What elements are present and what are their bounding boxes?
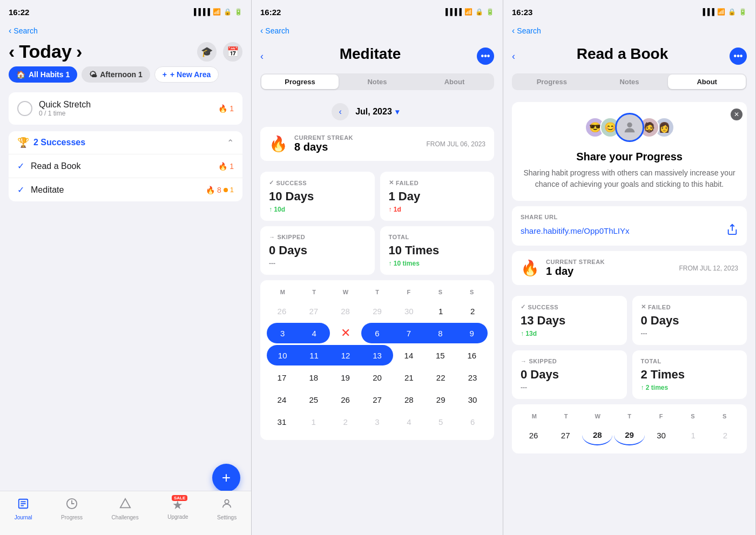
cal-1[interactable]: 1 (426, 301, 456, 321)
cal-22[interactable]: 22 (426, 367, 456, 388)
cal3-28[interactable]: 28 (582, 425, 612, 445)
today-title: ‹ Today › (9, 41, 82, 62)
cal3-1[interactable]: 1 (678, 425, 708, 445)
cal-29[interactable]: 29 (362, 301, 393, 321)
cal-2[interactable]: 2 (457, 301, 488, 321)
filter-afternoon[interactable]: 🌤 Afternoon 1 (82, 66, 150, 83)
filter-new-area[interactable]: + + New Area (154, 66, 219, 83)
grad-cap-icon[interactable]: 🎓 (197, 42, 217, 62)
cal-7[interactable]: 7 (393, 323, 424, 343)
search-row-1[interactable]: ‹ Search (9, 24, 242, 39)
flame-icon-meditate: 🔥 (206, 186, 215, 194)
nav-upgrade-label: Upgrade (167, 514, 188, 520)
menu-dots-2[interactable]: ••• (477, 48, 494, 65)
cal-30[interactable]: 30 (394, 301, 424, 321)
menu-dots-3[interactable]: ••• (730, 48, 747, 65)
cal-26[interactable]: 26 (267, 301, 297, 321)
flame-icon-read: 🔥 (218, 162, 227, 171)
share-url-link[interactable]: share.habitify.me/Opp0ThLIYx (521, 226, 630, 235)
cal-16[interactable]: 16 (456, 345, 488, 365)
nav-upgrade[interactable]: ★ SALE Upgrade (167, 498, 188, 520)
habit-item-quick-stretch[interactable]: Quick Stretch 0 / 1 time 🔥 1 (9, 92, 242, 125)
cal3-30[interactable]: 30 (646, 425, 677, 445)
filter-all-habits[interactable]: 🏠 All Habits 1 (9, 66, 77, 83)
cal-15[interactable]: 15 (424, 345, 456, 365)
cal-14[interactable]: 14 (393, 345, 424, 365)
cal-28[interactable]: 28 (330, 301, 361, 321)
tab-notes-2[interactable]: Notes (339, 75, 416, 89)
stat-failed-delta-2: ↑ 1d (389, 206, 486, 213)
back-button-3[interactable]: ‹ (512, 51, 515, 62)
cal-30b[interactable]: 30 (457, 389, 488, 410)
success-section: 🏆 2 Successes ⌃ ✓ Read a Book 🔥 1 ✓ Medi… (9, 131, 242, 201)
cal-18[interactable]: 18 (299, 367, 329, 388)
sale-badge: SALE (172, 495, 187, 501)
cal-11[interactable]: 11 (298, 345, 329, 365)
prev-month-2[interactable]: ‹ (332, 103, 349, 120)
share-icon[interactable] (726, 224, 738, 238)
cal-9[interactable]: 9 (456, 323, 488, 343)
tab-about-3[interactable]: About (668, 75, 746, 89)
success-item-meditate[interactable]: ✓ Meditate 🔥 8 1 (9, 178, 242, 201)
cal-26b[interactable]: 26 (330, 389, 361, 410)
cal3-29[interactable]: 29 (614, 425, 644, 445)
month-nav-2: ‹ Jul, 2023 ▾ › (252, 97, 503, 127)
habit-sub: 0 / 1 time (39, 110, 91, 117)
success-header[interactable]: 🏆 2 Successes ⌃ (9, 131, 242, 154)
cal3-27[interactable]: 27 (550, 425, 580, 445)
tab-progress-3[interactable]: Progress (513, 75, 591, 89)
habit-circle[interactable] (17, 101, 32, 116)
add-habit-fab[interactable]: + (212, 464, 240, 492)
cal-8[interactable]: 8 (424, 323, 456, 343)
cal-27[interactable]: 27 (299, 301, 329, 321)
cal-6[interactable]: 6 (361, 323, 393, 343)
cal-5-x[interactable]: ✕ (330, 323, 361, 343)
tab-notes-3[interactable]: Notes (591, 75, 669, 89)
new-area-label: + New Area (170, 70, 211, 79)
month-chevron-2[interactable]: ▾ (395, 107, 399, 116)
skipped-arrow-icon-2: → (269, 234, 275, 240)
cal-3[interactable]: 3 (267, 323, 298, 343)
progress-icon (66, 498, 78, 513)
cal-21[interactable]: 21 (394, 367, 424, 388)
cal-17[interactable]: 17 (267, 367, 297, 388)
back-button-2[interactable]: ‹ (260, 51, 264, 62)
cal3-26[interactable]: 26 (518, 425, 549, 445)
collapse-chevron[interactable]: ⌃ (227, 138, 234, 148)
cal-10[interactable]: 10 (267, 345, 298, 365)
cal-20[interactable]: 20 (362, 367, 393, 388)
cal3-2[interactable]: 2 (710, 425, 740, 445)
cal-4[interactable]: 4 (298, 323, 329, 343)
cal-n2[interactable]: 2 (330, 411, 361, 432)
cal-12[interactable]: 12 (330, 345, 361, 365)
cal-23[interactable]: 23 (457, 367, 488, 388)
cal-n5[interactable]: 5 (426, 411, 456, 432)
success-item-read[interactable]: ✓ Read a Book 🔥 1 (9, 154, 242, 178)
cal-n4[interactable]: 4 (394, 411, 424, 432)
cal-29b[interactable]: 29 (426, 389, 456, 410)
prev-chevron[interactable]: ‹ (9, 41, 15, 62)
cal-24[interactable]: 24 (267, 389, 297, 410)
cal-25[interactable]: 25 (299, 389, 329, 410)
nav-journal[interactable]: Journal (15, 498, 32, 520)
tab-about-2[interactable]: About (416, 75, 493, 89)
nav-progress[interactable]: Progress (61, 498, 83, 520)
cal-28b[interactable]: 28 (394, 389, 424, 410)
close-share-button[interactable]: ✕ (731, 109, 742, 120)
cal-n3[interactable]: 3 (362, 411, 393, 432)
search-row-2[interactable]: ‹ Search (260, 24, 494, 39)
cal-n1[interactable]: 1 (299, 411, 329, 432)
cal-27b[interactable]: 27 (362, 389, 393, 410)
stat-success-value-3: 13 Days (521, 314, 618, 328)
cal-31[interactable]: 31 (267, 411, 297, 432)
tab-progress-2[interactable]: Progress (261, 75, 339, 89)
cal-19[interactable]: 19 (330, 367, 361, 388)
cal-13[interactable]: 13 (361, 345, 393, 365)
next-chevron[interactable]: › (76, 41, 82, 62)
calendar-icon[interactable]: 📅 (223, 42, 242, 62)
nav-settings[interactable]: Settings (217, 498, 237, 520)
cal-n6[interactable]: 6 (457, 411, 488, 432)
nav-challenges[interactable]: Challenges (112, 498, 139, 520)
search-row-3[interactable]: ‹ Search (512, 24, 747, 39)
checkmark-icon-2: ✓ (17, 185, 24, 195)
